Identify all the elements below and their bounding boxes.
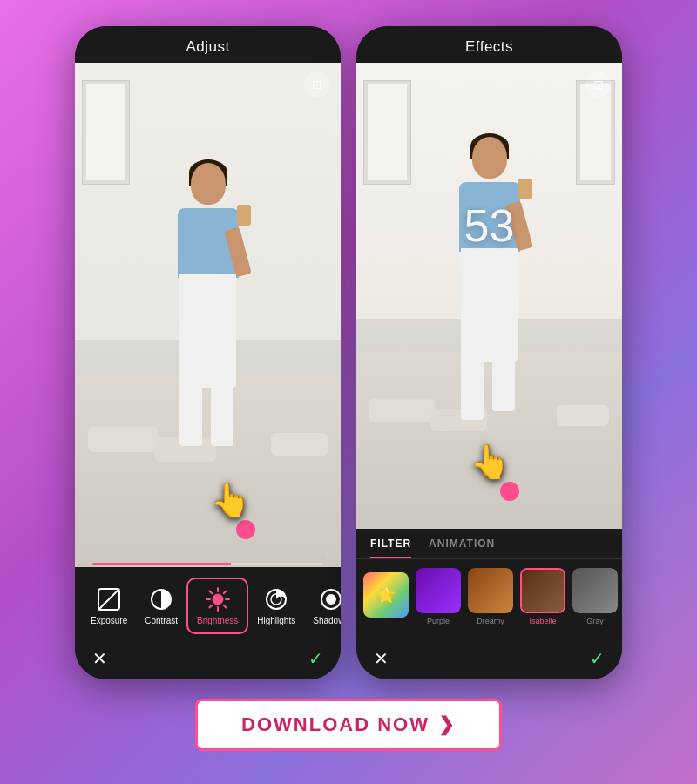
exposure-label: Exposure: [91, 616, 127, 625]
svg-line-11: [223, 591, 226, 594]
right-toolbar-actions: ✕ ✓: [356, 639, 622, 679]
isabelle-thumb: [520, 568, 565, 613]
woman-leg-left-l: [179, 376, 202, 446]
dreamy-label: Dreamy: [477, 617, 504, 625]
effects-toolbar: FILTER ANIMATION 🌟 Purple: [356, 529, 622, 679]
pillow3: [271, 433, 328, 456]
dreamy-face: [468, 568, 513, 613]
filter-dreamy[interactable]: Dreamy: [468, 568, 513, 625]
woman-figure-right: [442, 137, 538, 389]
left-value-indicator: ↕: [326, 550, 331, 560]
woman-pants-right: [461, 248, 518, 362]
effects-value-overlay: 53: [464, 199, 515, 252]
adjust-icons-row: + Exposure Contrast: [75, 578, 341, 634]
left-compare-icon[interactable]: ⊡: [304, 71, 330, 98]
gray-label: Gray: [586, 617, 604, 625]
purple-thumb: [416, 568, 461, 613]
woman-leg-right-r: [492, 350, 515, 411]
svg-point-16: [326, 594, 336, 605]
right-confirm-btn[interactable]: ✓: [590, 648, 605, 669]
brightness-icon: [205, 586, 231, 612]
shelf-inner-r: [368, 84, 407, 180]
left-cancel-btn[interactable]: ✕: [92, 648, 107, 669]
exposure-icon: +: [96, 586, 122, 612]
woman-leg-right-l: [461, 350, 484, 420]
svg-line-10: [223, 605, 226, 608]
download-section: DOWNLOAD NOW ❯: [195, 699, 502, 751]
svg-line-12: [209, 605, 212, 608]
filter-items-row: 🌟 Purple Dreamy: [356, 559, 622, 634]
adjust-shadows[interactable]: Shadows: [304, 579, 341, 632]
left-photo-area: ⊡ 👆 ↕: [75, 63, 341, 567]
woman-phone-right: [518, 179, 532, 199]
woman-pants-left: [179, 274, 236, 388]
left-toolbar-actions: ✕ ✓: [75, 639, 341, 679]
adjust-exposure[interactable]: + Exposure: [82, 579, 136, 632]
rpillow1: [369, 398, 435, 422]
right-phone-header: Effects: [356, 26, 622, 63]
svg-point-4: [213, 594, 223, 605]
filter-purple[interactable]: Purple: [416, 568, 461, 625]
adjust-contrast[interactable]: Contrast: [136, 579, 186, 632]
right-cancel-btn[interactable]: ✕: [374, 648, 389, 669]
shelf-right-left: [363, 80, 411, 185]
right-hand-cursor: 👆: [470, 443, 511, 481]
right-photo-area: ⊡ 53 👆: [356, 63, 622, 529]
woman-figure-left: [160, 163, 256, 416]
highlights-label: Highlights: [257, 616, 295, 625]
filter-gray[interactable]: Gray: [572, 568, 618, 625]
contrast-icon: [148, 586, 174, 612]
isabelle-label: Isabelle: [529, 617, 556, 625]
shelf-inner-r2: [580, 84, 611, 180]
woman-head-right: [472, 137, 507, 179]
left-phone-header: Adjust: [75, 26, 341, 63]
filter-tabs: FILTER ANIMATION: [356, 529, 622, 559]
adjust-brightness[interactable]: Brightness: [186, 578, 248, 634]
shelf-inner: [86, 84, 125, 180]
svg-text:+: +: [102, 601, 105, 607]
contrast-label: Contrast: [145, 616, 178, 625]
rpillow3: [557, 405, 609, 426]
pillow1: [88, 426, 158, 452]
svg-line-9: [209, 591, 212, 594]
left-phone: Adjust: [75, 26, 341, 679]
adjust-toolbar: + Exposure Contrast: [75, 567, 341, 679]
dreamy-thumb: [468, 568, 513, 613]
right-photo-composite: ⊡ 53 👆: [356, 63, 622, 529]
special-thumb: 🌟: [363, 572, 409, 618]
right-phone: Effects: [356, 26, 622, 679]
left-photo-composite: ⊡ 👆 ↕: [75, 63, 341, 567]
filter-isabelle[interactable]: Isabelle: [520, 568, 565, 625]
download-button[interactable]: DOWNLOAD NOW ❯: [195, 699, 502, 751]
adjustment-line: [92, 563, 323, 565]
gray-face: [572, 568, 618, 613]
woman-head-left: [191, 163, 226, 205]
left-confirm-btn[interactable]: ✓: [308, 648, 323, 669]
shadows-icon: [318, 586, 341, 612]
left-hand-cursor: 👆: [210, 481, 251, 519]
right-compare-icon[interactable]: ⊡: [585, 71, 612, 98]
download-text: DOWNLOAD NOW: [241, 713, 430, 736]
woman-leg-left-r: [211, 385, 233, 446]
brightness-label: Brightness: [197, 616, 238, 625]
gray-thumb: [572, 568, 618, 613]
shadows-label: Shadows: [313, 616, 341, 625]
shelf-left: [82, 80, 130, 185]
left-pink-circle: [236, 520, 255, 539]
highlights-icon: [263, 586, 289, 612]
tab-filter[interactable]: FILTER: [370, 537, 411, 558]
isabelle-face: [522, 570, 565, 613]
woman-phone-left: [237, 205, 251, 226]
adjust-highlights[interactable]: Highlights: [248, 579, 304, 632]
filter-special[interactable]: 🌟: [363, 572, 409, 621]
right-pink-circle: [500, 482, 519, 501]
download-arrow: ❯: [438, 713, 456, 736]
purple-label: Purple: [427, 617, 450, 625]
purple-face: [416, 568, 461, 613]
phones-container: Adjust: [75, 26, 622, 679]
tab-animation[interactable]: ANIMATION: [429, 537, 495, 558]
